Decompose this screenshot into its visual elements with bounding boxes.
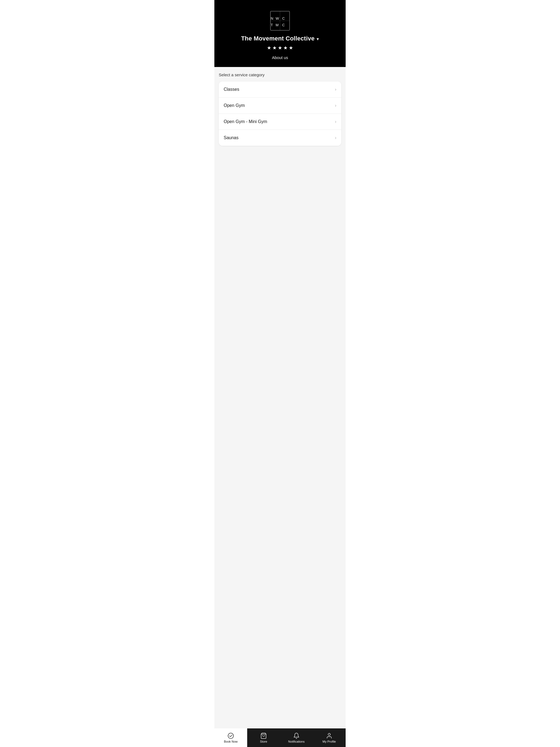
rating-stars: ★ ★ ★ ★ ★ — [267, 45, 293, 51]
bottom-navigation: Book Now Store Notifications My Profile — [214, 728, 346, 747]
svg-text:M: M — [276, 23, 279, 27]
svg-point-9 — [228, 733, 233, 739]
notifications-bell-icon — [293, 732, 300, 739]
book-now-icon — [228, 732, 234, 739]
service-label-saunas: Saunas — [224, 135, 238, 140]
chevron-right-icon-classes: › — [335, 87, 336, 92]
star-5: ★ — [289, 45, 293, 51]
star-4: ★ — [283, 45, 288, 51]
brand-name-row[interactable]: The Movement Collective ▾ — [241, 35, 319, 42]
service-item-open-gym[interactable]: Open Gym › — [219, 98, 341, 114]
svg-text:W: W — [276, 17, 279, 21]
chevron-right-icon-open-gym-mini: › — [335, 119, 336, 124]
nav-label-notifications: Notifications — [288, 740, 305, 743]
service-category-list: Classes › Open Gym › Open Gym - Mini Gym… — [219, 81, 341, 146]
star-2: ★ — [272, 45, 277, 51]
service-label-open-gym: Open Gym — [224, 103, 245, 108]
svg-point-11 — [328, 733, 330, 736]
my-profile-person-icon — [326, 732, 332, 739]
about-us-link[interactable]: About us — [272, 55, 288, 60]
star-1: ★ — [267, 45, 271, 51]
app-header: N W C T M C The Movement Collective ▾ ★ … — [214, 0, 346, 67]
section-title: Select a service category — [219, 73, 341, 77]
service-item-open-gym-mini[interactable]: Open Gym - Mini Gym › — [219, 114, 341, 130]
brand-logo: N W C T M C — [270, 11, 290, 31]
nav-item-store[interactable]: Store — [247, 728, 280, 747]
nav-label-book-now: Book Now — [224, 740, 238, 743]
service-label-open-gym-mini: Open Gym - Mini Gym — [224, 119, 267, 124]
star-3: ★ — [278, 45, 282, 51]
chevron-right-icon-open-gym: › — [335, 103, 336, 108]
svg-text:C: C — [282, 23, 285, 27]
service-item-classes[interactable]: Classes › — [219, 81, 341, 98]
brand-name: The Movement Collective — [241, 35, 315, 42]
svg-text:N: N — [271, 17, 274, 21]
svg-text:C: C — [282, 17, 285, 21]
nav-item-notifications[interactable]: Notifications — [280, 728, 313, 747]
dropdown-chevron-icon: ▾ — [316, 36, 319, 42]
store-cart-icon — [260, 732, 267, 739]
service-label-classes: Classes — [224, 87, 239, 92]
main-content: Select a service category Classes › Open… — [214, 67, 346, 728]
nav-label-my-profile: My Profile — [323, 740, 336, 743]
nav-item-book-now[interactable]: Book Now — [214, 728, 247, 747]
chevron-right-icon-saunas: › — [335, 135, 336, 140]
nav-item-my-profile[interactable]: My Profile — [313, 728, 346, 747]
nav-label-store: Store — [260, 740, 267, 743]
service-item-saunas[interactable]: Saunas › — [219, 130, 341, 146]
svg-text:T: T — [271, 23, 274, 27]
